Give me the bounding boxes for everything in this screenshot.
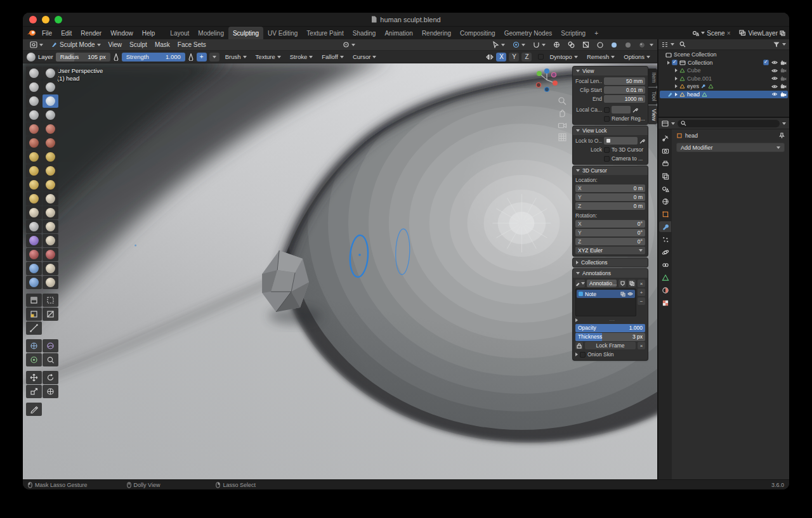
tab-tool[interactable] bbox=[659, 133, 671, 143]
menu-file[interactable]: File bbox=[37, 27, 56, 39]
brush-clay-strips[interactable] bbox=[43, 81, 58, 94]
eyedropper-icon[interactable] bbox=[632, 107, 638, 113]
brush-inflate[interactable] bbox=[26, 108, 42, 122]
brush-draw-face-sets[interactable] bbox=[43, 248, 58, 261]
panel-annotations-header[interactable]: Annotations bbox=[573, 269, 648, 278]
disable-render-icon[interactable] bbox=[780, 76, 787, 81]
brush-cloth[interactable] bbox=[26, 234, 42, 247]
workspace-tab-geometry-nodes[interactable]: Geometry Nodes bbox=[500, 27, 557, 39]
maximize-window-button[interactable] bbox=[55, 16, 62, 23]
view-layer-selector[interactable]: ViewLayer bbox=[739, 30, 785, 37]
brush-rotate[interactable] bbox=[43, 206, 58, 219]
stroke-dropdown[interactable]: Stroke bbox=[287, 52, 316, 62]
menu-window[interactable]: Window bbox=[106, 27, 138, 39]
brush-clay[interactable] bbox=[26, 81, 42, 94]
collection-checkbox[interactable] bbox=[672, 60, 678, 65]
tab-object[interactable] bbox=[659, 209, 671, 219]
outliner-display-mode-dropdown[interactable] bbox=[662, 42, 668, 48]
annotation-layer-add-button[interactable]: + bbox=[638, 288, 645, 296]
properties-search-field[interactable] bbox=[678, 120, 780, 127]
panel-3d-cursor-header[interactable]: 3D Cursor bbox=[573, 166, 648, 175]
onion-skin-checkbox[interactable] bbox=[580, 352, 586, 358]
panel-view-header[interactable]: View bbox=[573, 67, 648, 75]
radius-pressure-icon[interactable] bbox=[113, 53, 119, 61]
tool-box-face-set[interactable] bbox=[26, 308, 42, 321]
mirror-x-toggle[interactable]: X bbox=[496, 53, 506, 62]
blender-logo-icon[interactable] bbox=[27, 29, 36, 37]
brush-scrape[interactable] bbox=[26, 150, 42, 164]
brush-paint[interactable] bbox=[26, 276, 42, 289]
gizmo-x-axis[interactable] bbox=[553, 81, 558, 86]
shading-rendered-toggle[interactable] bbox=[636, 40, 648, 49]
render-region-checkbox[interactable] bbox=[604, 116, 610, 122]
eyedropper-icon[interactable] bbox=[639, 138, 645, 144]
sidebar-tab-tool[interactable]: Tool bbox=[648, 87, 657, 105]
navigation-gizmo[interactable] bbox=[533, 66, 561, 94]
tool-cloth-filter[interactable] bbox=[43, 339, 58, 353]
brush-pose[interactable] bbox=[43, 192, 58, 205]
tab-particles[interactable] bbox=[659, 234, 671, 245]
workspace-tab-add[interactable]: + bbox=[590, 27, 603, 39]
menu-help[interactable]: Help bbox=[138, 27, 160, 39]
brush-dropdown[interactable]: Brush bbox=[222, 52, 250, 62]
outliner-filter-caret[interactable] bbox=[782, 43, 786, 46]
tool-edit-face-set[interactable] bbox=[43, 353, 58, 366]
gizmo-z-axis[interactable] bbox=[544, 68, 549, 74]
pivot-point-dropdown[interactable] bbox=[339, 40, 358, 49]
cursor-rotation-x[interactable]: X0° bbox=[575, 220, 645, 228]
brush-layer[interactable] bbox=[43, 94, 58, 108]
tool-rotate[interactable] bbox=[43, 371, 58, 384]
annotation-layer-row[interactable]: Note bbox=[577, 290, 635, 298]
workspace-tab-layout[interactable]: Layout bbox=[166, 27, 193, 39]
local-camera-field[interactable] bbox=[612, 106, 631, 113]
annotation-thickness-slider[interactable]: Thickness3 px bbox=[575, 333, 645, 341]
tool-move[interactable] bbox=[26, 371, 42, 384]
cursor-rotation-y[interactable]: Y0° bbox=[575, 229, 645, 236]
hide-viewport-icon[interactable] bbox=[771, 60, 778, 65]
direction-add-button[interactable]: + bbox=[197, 53, 207, 62]
cursor-dropdown[interactable]: Cursor bbox=[350, 52, 380, 62]
workspace-tab-texture-paint[interactable]: Texture Paint bbox=[302, 27, 348, 39]
brush-flatten[interactable] bbox=[26, 136, 42, 150]
direction-dropdown[interactable] bbox=[209, 53, 219, 62]
tool-annotate[interactable] bbox=[26, 403, 42, 416]
workspace-tab-rendering[interactable]: Rendering bbox=[417, 27, 455, 39]
shading-wireframe-toggle[interactable] bbox=[594, 40, 606, 49]
pin-icon[interactable] bbox=[779, 133, 785, 139]
brush-crease[interactable] bbox=[26, 122, 42, 136]
outliner-row-cube[interactable]: Cube bbox=[660, 67, 788, 75]
hide-viewport-icon[interactable] bbox=[771, 84, 778, 89]
options-dropdown[interactable]: Options bbox=[620, 52, 653, 62]
camera-to-view-checkbox[interactable] bbox=[604, 156, 610, 162]
cursor-location-y[interactable]: Y0 m bbox=[575, 193, 645, 201]
annotation-layer-color-swatch[interactable] bbox=[579, 292, 583, 296]
proportional-edit-dropdown[interactable] bbox=[509, 40, 528, 49]
lock-to-object-field[interactable] bbox=[604, 137, 638, 145]
clip-end-field[interactable]: 1000 m bbox=[604, 95, 645, 103]
hide-viewport-icon[interactable] bbox=[771, 92, 778, 96]
mode-dropdown[interactable]: Sculpt Mode bbox=[48, 40, 104, 49]
brush-multi-plane-scrape[interactable] bbox=[43, 150, 58, 164]
annotation-copy-button[interactable] bbox=[628, 280, 636, 287]
tab-view-layer[interactable] bbox=[659, 171, 671, 181]
collection-exclude-checkbox[interactable] bbox=[763, 60, 769, 65]
minimize-window-button[interactable] bbox=[42, 16, 49, 23]
scene-selector[interactable]: Scene × bbox=[692, 30, 730, 37]
tool-transform[interactable] bbox=[43, 385, 58, 398]
menu-mask[interactable]: Mask bbox=[152, 40, 173, 49]
brush-blob[interactable] bbox=[43, 108, 58, 122]
tab-scene[interactable] bbox=[659, 183, 671, 194]
gizmo-x-neg-axis[interactable] bbox=[537, 83, 541, 87]
gizmo-y-axis[interactable] bbox=[537, 71, 542, 76]
focal-length-field[interactable]: 50 mm bbox=[604, 77, 645, 85]
brush-boundary[interactable] bbox=[43, 220, 58, 233]
outliner-search-icon[interactable] bbox=[679, 41, 686, 48]
add-modifier-dropdown[interactable]: Add Modifier bbox=[676, 143, 785, 152]
brush-smear[interactable] bbox=[43, 276, 58, 289]
annotation-opacity-slider[interactable]: Opacity1.000 bbox=[575, 324, 645, 332]
tab-output[interactable] bbox=[659, 158, 671, 169]
brush-elastic-deform[interactable] bbox=[26, 178, 42, 191]
brush-fill[interactable] bbox=[43, 136, 58, 150]
panel-collections-header[interactable]: Collections bbox=[573, 258, 648, 267]
brush-thumb[interactable] bbox=[26, 192, 42, 205]
